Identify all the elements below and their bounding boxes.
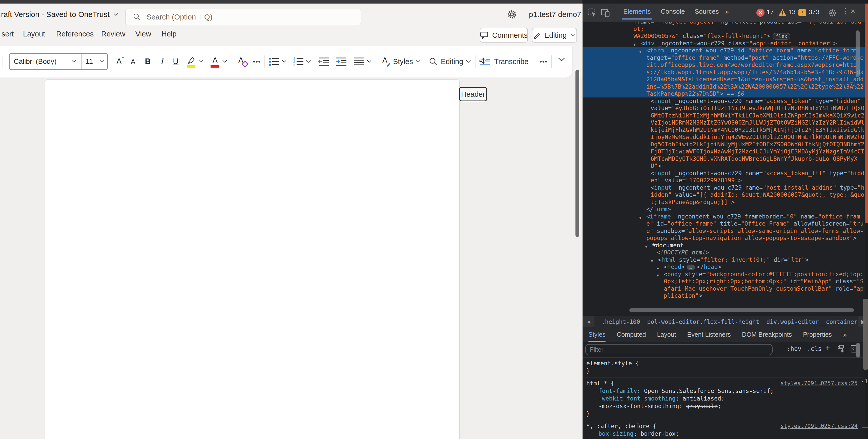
collapse-ribbon-button[interactable] bbox=[558, 57, 565, 62]
devtools-dom-node[interactable]: <input _ngcontent-wou-c729 name="access_… bbox=[583, 97, 868, 170]
more-toolbar-options-button[interactable]: ••• bbox=[540, 58, 548, 65]
collapsed-content-ellipsis[interactable]: … bbox=[687, 265, 695, 270]
css-declaration[interactable]: font-family: Open Sans,Salesforce Sans,s… bbox=[586, 387, 858, 395]
sidebar-tab-styles[interactable]: Styles bbox=[588, 331, 606, 338]
sidebar-tab-layout[interactable]: Layout bbox=[657, 331, 676, 338]
line-spacing-button[interactable] bbox=[353, 57, 365, 66]
highlight-dropdown[interactable] bbox=[198, 60, 204, 63]
devtools-dom-node[interactable]: frame= "[object Object]" ng-reflect-prod… bbox=[583, 22, 868, 32]
css-declaration[interactable]: box-sizing: border-box; bbox=[586, 430, 858, 437]
warning-count[interactable]: 13 bbox=[788, 8, 796, 16]
grow-font-button[interactable]: Aˆ bbox=[116, 57, 124, 66]
devtools-dom-node[interactable]: ▼<form _ngcontent-wou-c729 id="office_fo… bbox=[583, 47, 868, 97]
user-account-label[interactable]: p1.test7 demo7 bbox=[529, 10, 581, 19]
bullet-list-button[interactable] bbox=[269, 57, 280, 66]
styles-filter-input[interactable]: Filter bbox=[585, 344, 773, 355]
ribbon-tab-view[interactable]: View bbox=[135, 30, 151, 38]
kebab-menu-icon[interactable]: ⋮ bbox=[842, 7, 849, 16]
elements-horizontal-scrollbar-thumb[interactable] bbox=[629, 309, 854, 312]
editing-mode-button[interactable]: Editing bbox=[532, 28, 577, 42]
stylesheet-source-link[interactable]: styles.7091…0257.css:24 bbox=[780, 422, 858, 430]
transcribe-button[interactable]: Transcribe bbox=[491, 57, 531, 66]
ribbon-tab-layout[interactable]: Layout bbox=[23, 30, 45, 38]
font-color-dropdown[interactable] bbox=[222, 60, 228, 63]
ribbon-tab-review[interactable]: Review bbox=[101, 30, 125, 38]
settings-gear-icon[interactable] bbox=[506, 9, 518, 20]
ribbon-tab-sert[interactable]: sert bbox=[2, 30, 14, 38]
tree-expanded-arrow-icon[interactable]: ▼ bbox=[657, 272, 659, 279]
ribbon-tab-help[interactable]: Help bbox=[161, 30, 177, 38]
devtools-dom-node[interactable]: ▶<head>…</head> bbox=[583, 263, 868, 271]
document-scrollbar-thumb[interactable] bbox=[576, 70, 579, 237]
devtools-dom-node[interactable]: ▼#document bbox=[583, 242, 868, 249]
styles-scrollbar-thumb[interactable] bbox=[856, 343, 860, 357]
header-region-tag[interactable]: Header bbox=[459, 87, 487, 101]
devtools-dom-node[interactable]: WA200006057&" class="flex-full-height">f… bbox=[583, 32, 868, 40]
ribbon-tab-references[interactable]: References bbox=[56, 30, 94, 38]
flex-layout-badge[interactable]: flex bbox=[773, 33, 790, 39]
toggle-class-button[interactable]: .cls bbox=[807, 345, 822, 352]
devtools-dom-node[interactable]: <!DOCTYPE html> bbox=[583, 249, 868, 256]
css-rule[interactable]: element.style {} bbox=[583, 357, 863, 378]
document-title[interactable]: raft Version - Saved to OneTrust bbox=[1, 10, 119, 19]
devtools-dom-node[interactable]: ▼<html style="filter: invert(0);" dir="l… bbox=[583, 256, 868, 264]
sidebar-more-tabs-button[interactable]: » bbox=[843, 331, 847, 339]
clear-formatting-button[interactable]: A bbox=[234, 56, 247, 67]
font-size-select[interactable]: 11 bbox=[82, 54, 107, 69]
bullet-list-dropdown[interactable] bbox=[282, 60, 287, 63]
breadcrumb-item[interactable]: pol-wopi-editor.flex-full-height bbox=[647, 319, 759, 325]
devtools-settings-gear-icon[interactable] bbox=[828, 8, 837, 18]
italic-button[interactable]: I bbox=[160, 57, 163, 66]
devtools-dom-node[interactable]: ▼<div _ngcontent-wou-c729 class="wopi-ed… bbox=[583, 40, 868, 47]
css-declaration[interactable]: -moz-osx-font-smoothing: grayscale; bbox=[586, 402, 858, 410]
page-scrollbar-orange[interactable] bbox=[865, 4, 868, 223]
styles-button[interactable]: Styles bbox=[390, 57, 421, 66]
breadcrumb-scroll-left-icon[interactable]: ◀ bbox=[583, 316, 594, 327]
decrease-indent-button[interactable] bbox=[318, 57, 329, 66]
issues-count[interactable]: 373 bbox=[809, 8, 819, 16]
sidebar-tab-properties[interactable]: Properties bbox=[803, 331, 832, 338]
sidebar-tab-dom-breakpoints[interactable]: DOM Breakpoints bbox=[742, 331, 792, 338]
more-font-options-button[interactable]: ••• bbox=[253, 58, 261, 65]
underline-button[interactable]: U bbox=[173, 57, 178, 66]
error-count-icon[interactable]: ✕ bbox=[756, 9, 765, 17]
close-devtools-icon[interactable]: × bbox=[850, 7, 855, 16]
elements-vertical-scrollbar-thumb[interactable] bbox=[856, 30, 860, 77]
overlay-scrollbar-thumb[interactable] bbox=[863, 299, 868, 370]
sidebar-tab-computed[interactable]: Computed bbox=[617, 331, 646, 338]
devtools-dom-node[interactable]: ▼<body style="background-color:#FFFFFF;p… bbox=[583, 271, 868, 299]
font-name-select[interactable]: Calibri (Body) bbox=[10, 54, 81, 69]
devtools-dom-node[interactable]: <input _ngcontent-wou-c729 name="access_… bbox=[583, 170, 868, 184]
document-page[interactable] bbox=[45, 80, 460, 439]
toggle-pseudo-state-button[interactable]: :hov bbox=[787, 345, 801, 352]
warning-count-icon[interactable] bbox=[778, 9, 787, 17]
increase-indent-button[interactable] bbox=[336, 57, 347, 66]
new-style-rule-icon[interactable]: + bbox=[825, 343, 830, 353]
css-rule[interactable]: html * {styles.7091…0257.css:25font-fami… bbox=[583, 378, 863, 420]
stylesheet-source-link[interactable]: styles.7091…0257.css:25 bbox=[780, 380, 858, 387]
devtools-dom-node[interactable]: <input _ngcontent-wou-c729 name="host_in… bbox=[583, 184, 868, 206]
numbered-list-dropdown[interactable] bbox=[306, 60, 312, 63]
tree-expanded-arrow-icon[interactable]: ▼ bbox=[639, 214, 642, 222]
css-rule[interactable]: *, :after, :before {styles.7091…0257.css… bbox=[583, 420, 863, 439]
bold-button[interactable]: B bbox=[145, 57, 151, 66]
line-spacing-dropdown[interactable] bbox=[367, 60, 372, 63]
inspect-element-icon[interactable] bbox=[587, 8, 597, 18]
error-count[interactable]: 17 bbox=[767, 8, 774, 16]
devtools-dom-node[interactable]: </form> bbox=[583, 206, 868, 213]
devtools-tab-sources[interactable]: Sources bbox=[695, 8, 719, 16]
more-tabs-button[interactable]: » bbox=[725, 8, 729, 16]
shrink-font-button[interactable]: Aˇ bbox=[131, 58, 137, 65]
highlight-color-button[interactable] bbox=[186, 56, 196, 67]
devtools-tab-elements[interactable]: Elements bbox=[623, 8, 651, 16]
issues-icon[interactable]: ! bbox=[798, 9, 806, 16]
device-toolbar-icon[interactable] bbox=[600, 8, 610, 18]
breadcrumb-item[interactable]: div.wopi-editor__container bbox=[766, 319, 857, 325]
devtools-dom-node[interactable]: ▼<iframe _ngcontent-wou-c729 frameborder… bbox=[583, 213, 868, 242]
numbered-list-button[interactable]: 123 bbox=[293, 57, 304, 66]
font-color-button[interactable]: A bbox=[210, 56, 220, 67]
editing-group-button[interactable]: Editing bbox=[438, 57, 471, 66]
search-input[interactable]: Search (Option + Q) bbox=[125, 9, 361, 25]
rendering-brush-icon[interactable] bbox=[837, 345, 845, 353]
sidebar-tab-event-listeners[interactable]: Event Listeners bbox=[687, 331, 731, 338]
